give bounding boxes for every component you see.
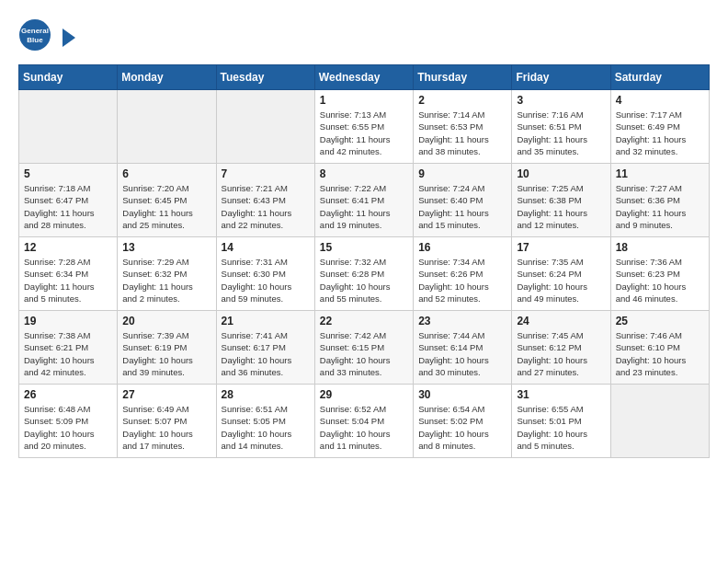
calendar-cell xyxy=(216,90,314,164)
calendar-cell: 5Sunrise: 7:18 AMSunset: 6:47 PMDaylight… xyxy=(19,164,118,237)
day-info: Sunrise: 6:49 AMSunset: 5:07 PMDaylight:… xyxy=(122,403,210,452)
day-info: Sunrise: 6:54 AMSunset: 5:02 PMDaylight:… xyxy=(418,403,506,452)
calendar-cell: 17Sunrise: 7:35 AMSunset: 6:24 PMDayligh… xyxy=(512,237,610,311)
day-number: 9 xyxy=(418,167,506,180)
day-number: 20 xyxy=(122,315,210,327)
calendar-cell: 7Sunrise: 7:21 AMSunset: 6:43 PMDaylight… xyxy=(216,164,314,237)
day-info: Sunrise: 7:22 AMSunset: 6:41 PMDaylight:… xyxy=(320,182,408,231)
calendar-cell: 28Sunrise: 6:51 AMSunset: 5:05 PMDayligh… xyxy=(216,385,314,458)
svg-text:Blue: Blue xyxy=(27,36,43,44)
column-header-tuesday: Tuesday xyxy=(216,65,314,90)
calendar-cell: 16Sunrise: 7:34 AMSunset: 6:26 PMDayligh… xyxy=(414,237,512,311)
day-info: Sunrise: 7:42 AMSunset: 6:15 PMDaylight:… xyxy=(320,329,408,378)
column-header-sunday: Sunday xyxy=(19,65,118,90)
calendar-cell: 31Sunrise: 6:55 AMSunset: 5:01 PMDayligh… xyxy=(512,385,610,458)
day-number: 22 xyxy=(320,315,408,327)
day-info: Sunrise: 7:13 AMSunset: 6:55 PMDaylight:… xyxy=(320,109,408,157)
day-info: Sunrise: 7:38 AMSunset: 6:21 PMDaylight:… xyxy=(24,329,112,378)
day-number: 5 xyxy=(24,167,112,180)
day-number: 29 xyxy=(320,388,408,401)
calendar-cell: 4Sunrise: 7:17 AMSunset: 6:49 PMDaylight… xyxy=(610,90,709,164)
day-number: 7 xyxy=(222,167,310,180)
day-info: Sunrise: 7:39 AMSunset: 6:19 PMDaylight:… xyxy=(122,329,210,378)
day-number: 17 xyxy=(517,241,605,254)
day-number: 6 xyxy=(122,167,210,180)
day-number: 14 xyxy=(222,241,310,254)
calendar-cell: 25Sunrise: 7:46 AMSunset: 6:10 PMDayligh… xyxy=(610,311,709,385)
page-header: General Blue xyxy=(18,18,710,55)
calendar-cell: 20Sunrise: 7:39 AMSunset: 6:19 PMDayligh… xyxy=(118,311,216,385)
calendar-cell xyxy=(610,385,709,458)
day-info: Sunrise: 7:41 AMSunset: 6:17 PMDaylight:… xyxy=(222,329,310,378)
day-number: 12 xyxy=(24,241,112,254)
day-info: Sunrise: 7:24 AMSunset: 6:40 PMDaylight:… xyxy=(418,182,506,231)
day-number: 11 xyxy=(616,167,704,180)
calendar-week-row: 19Sunrise: 7:38 AMSunset: 6:21 PMDayligh… xyxy=(19,311,710,385)
calendar-table: SundayMondayTuesdayWednesdayThursdayFrid… xyxy=(18,64,710,458)
day-info: Sunrise: 7:25 AMSunset: 6:38 PMDaylight:… xyxy=(517,182,605,231)
calendar-cell: 19Sunrise: 7:38 AMSunset: 6:21 PMDayligh… xyxy=(19,311,118,385)
day-info: Sunrise: 7:20 AMSunset: 6:45 PMDaylight:… xyxy=(122,182,210,231)
day-number: 19 xyxy=(24,315,112,327)
day-info: Sunrise: 6:52 AMSunset: 5:04 PMDaylight:… xyxy=(320,403,408,452)
calendar-cell: 9Sunrise: 7:24 AMSunset: 6:40 PMDaylight… xyxy=(414,164,512,237)
day-number: 13 xyxy=(122,241,210,254)
calendar-cell: 11Sunrise: 7:27 AMSunset: 6:36 PMDayligh… xyxy=(610,164,709,237)
calendar-cell: 8Sunrise: 7:22 AMSunset: 6:41 PMDaylight… xyxy=(314,164,413,237)
calendar-week-row: 1Sunrise: 7:13 AMSunset: 6:55 PMDaylight… xyxy=(19,90,710,164)
logo: General Blue xyxy=(18,18,75,55)
day-info: Sunrise: 7:27 AMSunset: 6:36 PMDaylight:… xyxy=(616,182,704,231)
calendar-cell: 10Sunrise: 7:25 AMSunset: 6:38 PMDayligh… xyxy=(512,164,610,237)
calendar-cell: 30Sunrise: 6:54 AMSunset: 5:02 PMDayligh… xyxy=(414,385,512,458)
calendar-cell: 3Sunrise: 7:16 AMSunset: 6:51 PMDaylight… xyxy=(512,90,610,164)
calendar-header-row: SundayMondayTuesdayWednesdayThursdayFrid… xyxy=(19,65,710,90)
day-number: 8 xyxy=(320,167,408,180)
day-number: 10 xyxy=(517,167,605,180)
day-number: 31 xyxy=(517,388,605,401)
calendar-cell: 18Sunrise: 7:36 AMSunset: 6:23 PMDayligh… xyxy=(610,237,709,311)
calendar-cell: 15Sunrise: 7:32 AMSunset: 6:28 PMDayligh… xyxy=(314,237,413,311)
column-header-monday: Monday xyxy=(118,65,216,90)
calendar-cell: 13Sunrise: 7:29 AMSunset: 6:32 PMDayligh… xyxy=(118,237,216,311)
calendar-cell: 6Sunrise: 7:20 AMSunset: 6:45 PMDaylight… xyxy=(118,164,216,237)
day-number: 25 xyxy=(616,315,704,327)
day-info: Sunrise: 6:55 AMSunset: 5:01 PMDaylight:… xyxy=(517,403,605,452)
calendar-cell xyxy=(118,90,216,164)
day-info: Sunrise: 7:35 AMSunset: 6:24 PMDaylight:… xyxy=(517,256,605,304)
day-info: Sunrise: 7:28 AMSunset: 6:34 PMDaylight:… xyxy=(24,256,112,304)
calendar-cell: 12Sunrise: 7:28 AMSunset: 6:34 PMDayligh… xyxy=(19,237,118,311)
day-number: 15 xyxy=(320,241,408,254)
day-number: 30 xyxy=(418,388,506,401)
day-info: Sunrise: 6:48 AMSunset: 5:09 PMDaylight:… xyxy=(24,403,112,452)
day-info: Sunrise: 7:29 AMSunset: 6:32 PMDaylight:… xyxy=(122,256,210,304)
day-info: Sunrise: 7:32 AMSunset: 6:28 PMDaylight:… xyxy=(320,256,408,304)
column-header-wednesday: Wednesday xyxy=(314,65,413,90)
calendar-cell: 14Sunrise: 7:31 AMSunset: 6:30 PMDayligh… xyxy=(216,237,314,311)
day-number: 3 xyxy=(517,94,605,107)
day-info: Sunrise: 7:45 AMSunset: 6:12 PMDaylight:… xyxy=(517,329,605,378)
calendar-cell xyxy=(19,90,118,164)
day-number: 21 xyxy=(222,315,310,327)
calendar-cell: 23Sunrise: 7:44 AMSunset: 6:14 PMDayligh… xyxy=(414,311,512,385)
column-header-saturday: Saturday xyxy=(610,65,709,90)
day-number: 16 xyxy=(418,241,506,254)
column-header-thursday: Thursday xyxy=(414,65,512,90)
day-number: 28 xyxy=(222,388,310,401)
day-number: 27 xyxy=(122,388,210,401)
day-info: Sunrise: 7:18 AMSunset: 6:47 PMDaylight:… xyxy=(24,182,112,231)
calendar-cell: 22Sunrise: 7:42 AMSunset: 6:15 PMDayligh… xyxy=(314,311,413,385)
svg-point-0 xyxy=(19,19,51,51)
day-info: Sunrise: 7:34 AMSunset: 6:26 PMDaylight:… xyxy=(418,256,506,304)
day-info: Sunrise: 7:21 AMSunset: 6:43 PMDaylight:… xyxy=(222,182,310,231)
day-number: 4 xyxy=(616,94,704,107)
calendar-cell: 24Sunrise: 7:45 AMSunset: 6:12 PMDayligh… xyxy=(512,311,610,385)
day-info: Sunrise: 7:17 AMSunset: 6:49 PMDaylight:… xyxy=(616,109,704,157)
day-number: 1 xyxy=(320,94,408,107)
day-info: Sunrise: 7:46 AMSunset: 6:10 PMDaylight:… xyxy=(616,329,704,378)
column-header-friday: Friday xyxy=(512,65,610,90)
svg-text:General: General xyxy=(21,27,49,35)
calendar-cell: 26Sunrise: 6:48 AMSunset: 5:09 PMDayligh… xyxy=(19,385,118,458)
day-number: 26 xyxy=(24,388,112,401)
calendar-cell: 1Sunrise: 7:13 AMSunset: 6:55 PMDaylight… xyxy=(314,90,413,164)
day-info: Sunrise: 7:16 AMSunset: 6:51 PMDaylight:… xyxy=(517,109,605,157)
